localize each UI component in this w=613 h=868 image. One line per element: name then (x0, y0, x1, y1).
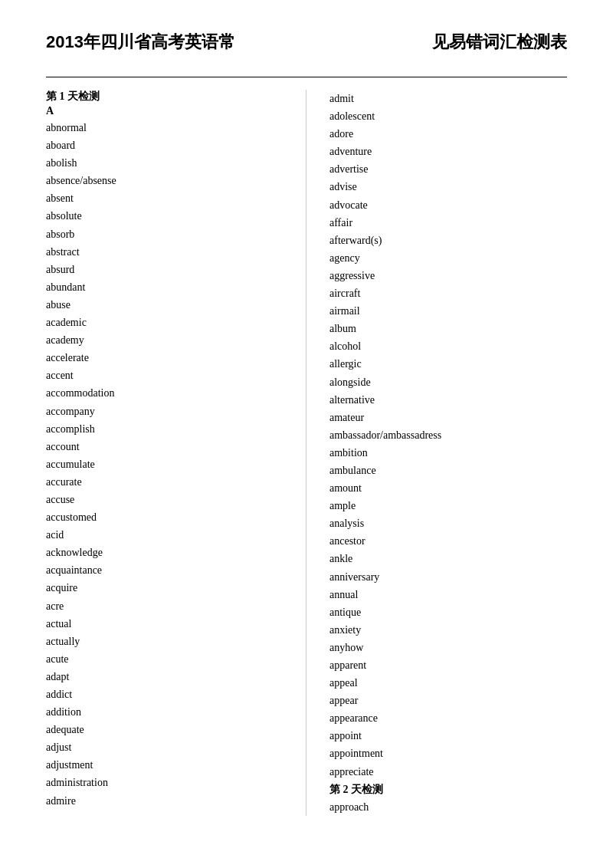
content-area: 第 1 天检测 A abnormalaboardabolishabsence/a… (46, 90, 567, 816)
list-item: appointment (329, 745, 567, 762)
list-item: accent (46, 367, 290, 384)
list-item: actual (46, 615, 290, 633)
list-item: adore (329, 125, 567, 143)
list-item: antique (329, 603, 567, 621)
list-item: ample (329, 497, 567, 515)
list-item: admit (329, 90, 567, 107)
list-item: aggressive (329, 267, 567, 284)
list-item: advise (329, 178, 567, 196)
list-item: advertise (329, 160, 567, 178)
list-item: administration (46, 774, 290, 791)
list-item: acquaintance (46, 561, 290, 579)
list-item: account (46, 438, 290, 455)
list-item: abnormal (46, 119, 290, 136)
list-item: adjustment (46, 756, 290, 774)
list-item: accomplish (46, 420, 290, 438)
list-item: adjust (46, 738, 290, 756)
list-item: apparent (329, 656, 567, 674)
list-item: abstract (46, 243, 290, 261)
title-left: 2013年四川省高考英语常 (46, 31, 235, 54)
list-item: appear (329, 692, 567, 709)
list-item: academy (46, 331, 290, 349)
page-title: 2013年四川省高考英语常 见易错词汇检测表 (46, 31, 567, 54)
list-item: amount (329, 479, 567, 497)
list-item: agency (329, 249, 567, 267)
list-item: adolescent (329, 107, 567, 125)
list-item: ambition (329, 444, 567, 462)
list-item: allergic (329, 355, 567, 373)
list-item: advocate (329, 196, 567, 214)
list-item: absorb (46, 225, 290, 243)
list-item: absent (46, 189, 290, 207)
list-item: alternative (329, 391, 567, 409)
list-item: acquire (46, 579, 290, 597)
list-item: acid (46, 526, 290, 544)
title-divider (46, 77, 567, 77)
list-item: anyhow (329, 639, 567, 656)
day2-header: 第 2 天检测 (329, 781, 567, 798)
list-item: album (329, 320, 567, 337)
title-right: 见易错词汇检测表 (432, 31, 567, 54)
list-item: approach (329, 798, 567, 816)
list-item: accompany (46, 403, 290, 420)
list-item: alongside (329, 373, 567, 391)
right-column: admitadolescentadoreadventureadvertisead… (306, 90, 567, 816)
list-item: admire (46, 792, 290, 810)
left-word-list: abnormalaboardabolishabsence/absenseabse… (46, 119, 290, 810)
list-item: appeal (329, 674, 567, 692)
list-item: adapt (46, 668, 290, 686)
list-item: affair (329, 214, 567, 232)
list-item: appreciate (329, 763, 567, 781)
list-item: absurd (46, 261, 290, 278)
list-item: ancestor (329, 532, 567, 550)
list-item: abolish (46, 154, 290, 172)
list-item: aircraft (329, 284, 567, 302)
list-item: abundant (46, 278, 290, 296)
list-item: analysis (329, 515, 567, 532)
list-item: appearance (329, 709, 567, 727)
list-item: acknowledge (46, 544, 290, 561)
list-item: absence/absense (46, 172, 290, 189)
list-item: accommodation (46, 384, 290, 402)
list-item: adequate (46, 721, 290, 738)
list-item: accurate (46, 473, 290, 491)
day1-header-left: 第 1 天检测 (46, 90, 290, 104)
list-item: acre (46, 597, 290, 615)
list-item: academic (46, 314, 290, 331)
list-item: amateur (329, 409, 567, 426)
left-column: 第 1 天检测 A abnormalaboardabolishabsence/a… (46, 90, 306, 816)
list-item: alcohol (329, 337, 567, 355)
list-item: accumulate (46, 455, 290, 473)
list-item: anniversary (329, 568, 567, 586)
list-item: ambassador/ambassadress (329, 426, 567, 444)
list-item: absolute (46, 207, 290, 225)
list-item: aboard (46, 136, 290, 154)
list-item: annual (329, 586, 567, 603)
list-item: accuse (46, 491, 290, 508)
list-item: accustomed (46, 508, 290, 526)
list-item: ankle (329, 550, 567, 567)
list-item: adventure (329, 143, 567, 160)
list-item: ambulance (329, 462, 567, 479)
list-item: accelerate (46, 349, 290, 367)
list-item: acute (46, 650, 290, 668)
list-item: appoint (329, 727, 567, 745)
list-item: afterward(s) (329, 232, 567, 249)
list-item: anxiety (329, 621, 567, 639)
right-word-list: admitadolescentadoreadventureadvertisead… (329, 90, 567, 816)
list-item: airmail (329, 302, 567, 320)
section-a-header: A (46, 105, 290, 117)
list-item: actually (46, 633, 290, 650)
list-item: addict (46, 686, 290, 703)
list-item: abuse (46, 296, 290, 314)
list-item: addition (46, 703, 290, 721)
